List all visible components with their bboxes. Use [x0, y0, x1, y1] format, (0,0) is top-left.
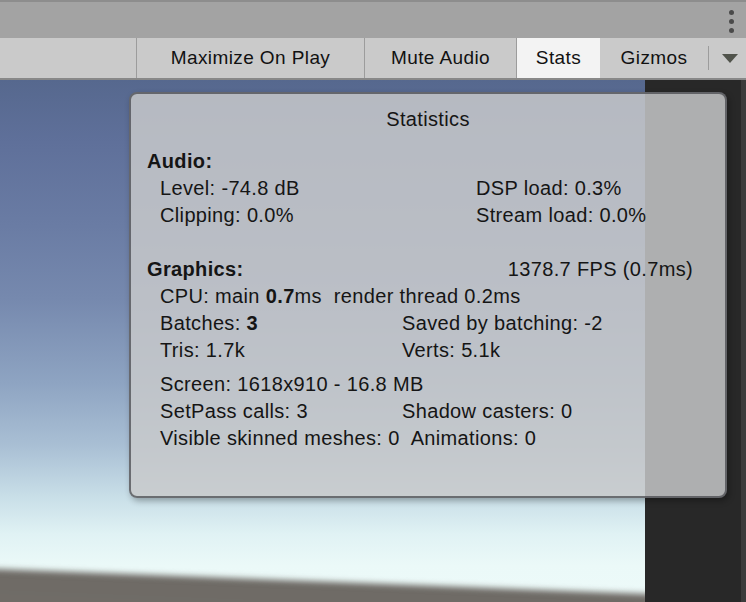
audio-section: Audio: Level: -74.8 dB DSP load: 0.3% Cl…: [131, 148, 725, 229]
graphics-cpu-row: CPU: main 0.7ms render thread 0.2ms: [131, 283, 725, 310]
kebab-dot: [729, 10, 734, 15]
game-view-toolbar: Maximize On Play Mute Audio Stats Gizmos: [0, 38, 746, 80]
graphics-heading: Graphics:: [147, 256, 244, 283]
audio-row-2: Clipping: 0.0% Stream load: 0.0%: [131, 202, 725, 229]
verts: Verts: 5.1k: [402, 337, 500, 364]
graphics-skinned-row: Visible skinned meshes: 0 Animations: 0: [131, 425, 725, 452]
ground-plane: [0, 568, 645, 602]
more-options-icon[interactable]: [722, 8, 740, 34]
kebab-dot: [729, 28, 734, 33]
graphics-tris-row: Tris: 1.7k Verts: 5.1k: [131, 337, 725, 364]
setpass-calls: SetPass calls: 3: [160, 398, 402, 425]
statistics-overlay: Statistics Audio: Level: -74.8 dB DSP lo…: [129, 92, 727, 498]
mute-audio-button[interactable]: Mute Audio: [364, 38, 516, 78]
graphics-screen-row: Screen: 1618x910 - 16.8 MB: [131, 371, 725, 398]
visible-skinned-meshes: Visible skinned meshes: 0: [160, 425, 400, 452]
window-titlebar: [0, 0, 746, 38]
graphics-fps: 1378.7 FPS (0.7ms): [508, 256, 693, 283]
gizmos-button[interactable]: Gizmos: [600, 38, 708, 78]
toolbar-separator: [708, 46, 709, 70]
statistics-title: Statistics: [131, 107, 725, 131]
cpu-prefix: CPU: main: [160, 283, 266, 310]
cpu-main-ms: 0.7: [266, 283, 295, 310]
audio-level: Level: -74.8 dB: [160, 175, 476, 202]
graphics-section: Graphics: 1378.7 FPS (0.7ms) CPU: main 0…: [131, 256, 725, 452]
kebab-dot: [729, 19, 734, 24]
batches-value: 3: [247, 312, 258, 334]
audio-dsp-load: DSP load: 0.3%: [476, 175, 622, 202]
maximize-on-play-button[interactable]: Maximize On Play: [136, 38, 364, 78]
animations: Animations: 0: [411, 425, 537, 452]
audio-stream-load: Stream load: 0.0%: [476, 202, 646, 229]
dropdown-arrow-icon: [722, 54, 738, 63]
toolbar-spacer: [0, 38, 136, 78]
tris: Tris: 1.7k: [160, 337, 402, 364]
audio-row-1: Level: -74.8 dB DSP load: 0.3%: [131, 175, 725, 202]
audio-heading: Audio:: [131, 148, 725, 175]
screen-info: Screen: 1618x910 - 16.8 MB: [160, 371, 424, 398]
graphics-batches-row: Batches: 3 Saved by batching: -2: [131, 310, 725, 337]
batches: Batches: 3: [160, 310, 402, 337]
audio-clipping: Clipping: 0.0%: [160, 202, 476, 229]
gizmos-dropdown-button[interactable]: [708, 38, 746, 78]
graphics-setpass-row: SetPass calls: 3 Shadow casters: 0: [131, 398, 725, 425]
graphics-heading-row: Graphics: 1378.7 FPS (0.7ms): [131, 256, 725, 283]
batches-label: Batches:: [160, 312, 247, 334]
cpu-suffix: ms render thread 0.2ms: [295, 283, 521, 310]
saved-by-batching: Saved by batching: -2: [402, 310, 603, 337]
shadow-casters: Shadow casters: 0: [402, 398, 572, 425]
stats-button[interactable]: Stats: [516, 38, 600, 78]
